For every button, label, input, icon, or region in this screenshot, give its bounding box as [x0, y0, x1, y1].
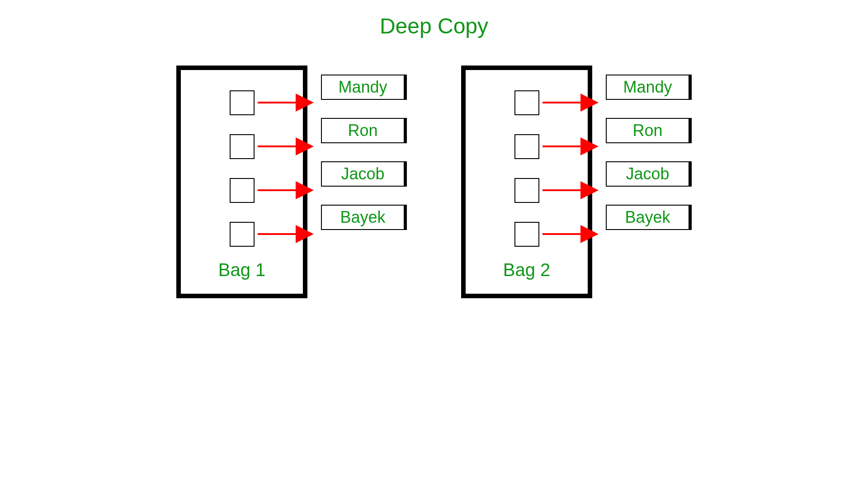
bag-group-2: Bag 2 Mandy Ron Jacob Bayek: [461, 66, 692, 298]
bag2-slot-2: [514, 178, 539, 203]
bag-box-1: Bag 1: [176, 66, 307, 298]
bag2-slot-3: [514, 222, 539, 247]
bag1-value-1: Ron: [321, 118, 407, 143]
bag1-value-3: Bayek: [321, 205, 407, 230]
bag2-label: Bag 2: [503, 260, 551, 280]
bag2-value-3: Bayek: [606, 205, 692, 230]
bag2-slot-1: [514, 134, 539, 159]
diagram-canvas: Deep Copy Bag 1: [90, 0, 778, 375]
bag-group-1: Bag 1 Mandy Ron Jacob Bayek: [176, 66, 407, 298]
bag2-value-0: Mandy: [606, 75, 692, 100]
bag1-values: Mandy Ron Jacob Bayek: [321, 66, 407, 230]
bag2-value-2: Jacob: [606, 161, 692, 187]
bag1-value-2: Jacob: [321, 161, 407, 187]
bag2-values: Mandy Ron Jacob Bayek: [606, 66, 692, 230]
bag1-slot-3: [230, 222, 255, 247]
bag2-slot-0: [514, 90, 539, 115]
bag-box-2: Bag 2: [461, 66, 592, 298]
bag1-slot-2: [230, 178, 255, 203]
bag2-value-1: Ron: [606, 118, 692, 143]
bag1-slot-0: [230, 90, 255, 115]
bags-row: Bag 1 Mandy Ron Jacob Bayek: [90, 52, 778, 298]
bag1-slot-1: [230, 134, 255, 159]
bag1-label: Bag 1: [218, 260, 266, 280]
bag1-value-0: Mandy: [321, 75, 407, 100]
diagram-title: Deep Copy: [90, 14, 778, 38]
